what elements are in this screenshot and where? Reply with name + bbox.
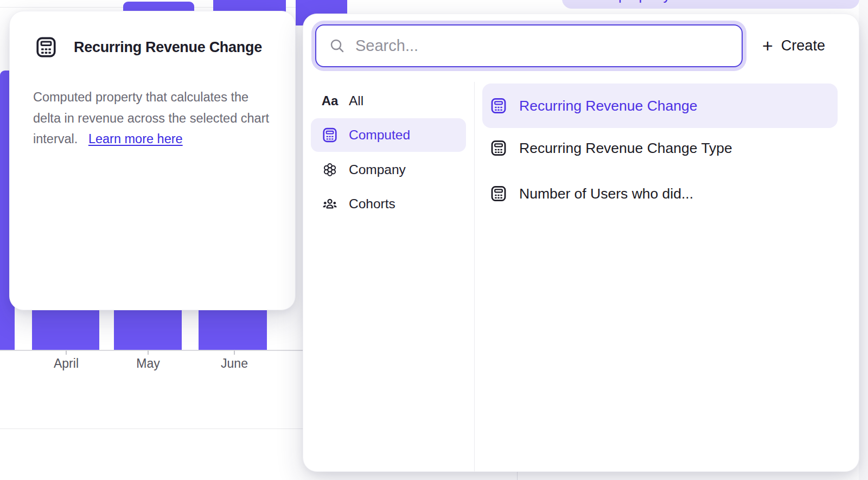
category-item-computed[interactable]: Computed — [311, 124, 466, 146]
result-label: Recurring Revenue Change — [519, 98, 698, 114]
section-divider-line — [0, 428, 303, 429]
category-label: Cohorts — [349, 196, 395, 212]
calculator-icon — [322, 127, 338, 143]
search-box[interactable] — [315, 24, 743, 67]
description-line: delta in revenue across the selected cha… — [33, 108, 283, 129]
category-item-cohorts[interactable]: Cohorts — [311, 193, 466, 215]
background-vertical-line — [517, 471, 518, 480]
x-label-june: June — [221, 356, 248, 371]
calculator-icon — [490, 185, 507, 202]
category-label: Computed — [349, 127, 410, 143]
description-line: Computed property that calculates the — [33, 87, 283, 108]
result-item-recurring-revenue-change[interactable]: Recurring Revenue Change — [482, 84, 838, 128]
axis-tick — [66, 350, 67, 355]
calculator-icon — [490, 139, 507, 157]
category-item-all[interactable]: Aa All — [311, 90, 466, 112]
description-line3-prefix: interval. — [33, 132, 78, 146]
learn-more-link[interactable]: Learn more here — [88, 132, 183, 146]
tooltip-description: Computed property that calculates the de… — [33, 87, 283, 150]
calculator-icon — [35, 36, 58, 59]
tooltip-title: Recurring Revenue Change — [74, 39, 262, 56]
background-strip — [859, 0, 868, 480]
result-label: Recurring Revenue Change Type — [519, 140, 732, 157]
description-line: interval. Learn more here — [33, 129, 283, 150]
search-icon — [329, 38, 346, 54]
category-label: All — [349, 93, 363, 108]
category-item-company[interactable]: Company — [311, 159, 466, 181]
panel-divider — [474, 82, 475, 471]
axis-tick — [148, 350, 149, 355]
result-item-recurring-revenue-change-type[interactable]: Recurring Revenue Change Type — [482, 126, 838, 170]
create-button[interactable]: + Create — [762, 34, 825, 57]
screen: April May June property Recurring Revenu… — [0, 0, 868, 480]
people-icon — [322, 196, 338, 212]
property-picker-panel: + Create Aa All Computed — [303, 14, 859, 472]
x-label-april: April — [54, 356, 79, 371]
clipped-chip-text: property — [618, 0, 670, 4]
category-label: Company — [349, 162, 406, 177]
plus-icon: + — [762, 36, 773, 55]
create-button-label: Create — [781, 37, 825, 54]
x-axis-line — [0, 350, 303, 351]
search-input[interactable] — [354, 36, 742, 55]
result-item-number-of-users[interactable]: Number of Users who did... — [482, 171, 838, 216]
calculator-icon — [490, 97, 507, 114]
result-label: Number of Users who did... — [519, 185, 693, 202]
clipped-property-chip[interactable]: property — [562, 0, 859, 9]
x-label-may: May — [136, 356, 159, 371]
text-aa-icon: Aa — [322, 93, 338, 109]
axis-tick — [234, 350, 235, 355]
cluster-icon — [322, 162, 338, 178]
property-tooltip-card: Recurring Revenue Change Computed proper… — [9, 11, 296, 310]
